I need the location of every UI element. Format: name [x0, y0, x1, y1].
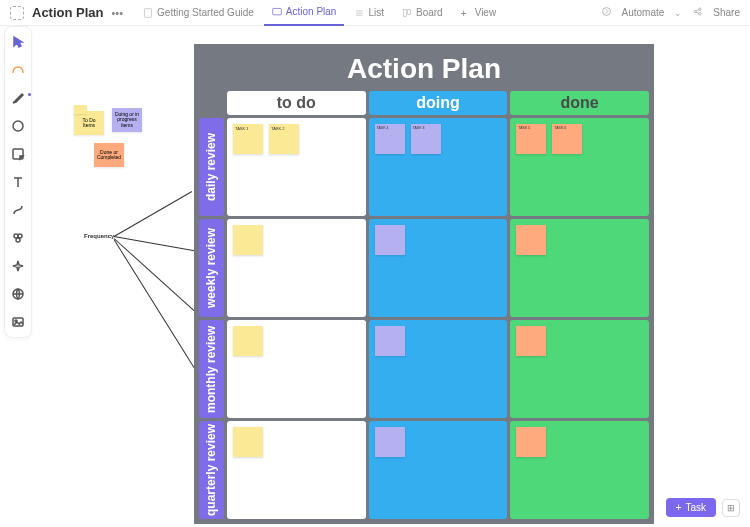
- board-tab-icon: [402, 8, 412, 18]
- tab-label: List: [368, 7, 384, 18]
- sticky-note[interactable]: TASK 1: [233, 124, 263, 154]
- task-btn-label: Task: [685, 502, 706, 513]
- cell-weekly-done[interactable]: [510, 219, 649, 317]
- web-tool[interactable]: [9, 285, 27, 303]
- legend-todo-note[interactable]: To Do Items: [74, 111, 104, 135]
- automate-icon: [601, 6, 612, 19]
- whiteboard-tab-icon: [272, 7, 282, 17]
- cell-quarterly-doing[interactable]: [369, 421, 508, 519]
- row-header-quarterly: quarterly review: [199, 421, 224, 519]
- list-tab-icon: [354, 8, 364, 18]
- sticky-note[interactable]: [375, 326, 405, 356]
- sticky-note[interactable]: [375, 225, 405, 255]
- add-task-button[interactable]: + Task: [666, 498, 716, 517]
- plus-icon: +: [461, 8, 471, 18]
- tab-label: View: [475, 7, 497, 18]
- sticky-note[interactable]: [375, 427, 405, 457]
- cell-monthly-done[interactable]: [510, 320, 649, 418]
- board-grid: to do doing done daily review TASK 1 TAS…: [199, 91, 649, 519]
- tab-list[interactable]: List: [346, 0, 392, 26]
- doc-tab-icon: [143, 8, 153, 18]
- sticky-note[interactable]: [233, 427, 263, 457]
- share-icon: [692, 6, 703, 19]
- sticky-note[interactable]: [516, 326, 546, 356]
- cell-monthly-doing[interactable]: [369, 320, 508, 418]
- grid-corner: [199, 91, 224, 115]
- connector-line: [114, 239, 200, 375]
- tab-label: Action Plan: [286, 6, 337, 17]
- sticky-note[interactable]: [516, 427, 546, 457]
- tab-getting-started[interactable]: Getting Started Guide: [135, 0, 262, 26]
- image-tool[interactable]: [9, 313, 27, 331]
- tab-board[interactable]: Board: [394, 0, 451, 26]
- legend-done-note[interactable]: Done or Completed: [94, 143, 124, 167]
- svg-rect-1: [273, 8, 282, 14]
- sticky-note[interactable]: TASK 3: [411, 124, 441, 154]
- frequency-label[interactable]: Frequency: [84, 233, 114, 239]
- svg-rect-5: [403, 9, 406, 16]
- cell-weekly-todo[interactable]: [227, 219, 366, 317]
- row-header-weekly: weekly review: [199, 219, 224, 317]
- svg-point-7: [602, 8, 610, 16]
- sticky-note[interactable]: TASK 2: [269, 124, 299, 154]
- stamp-tool[interactable]: [9, 229, 27, 247]
- view-tabs: Getting Started Guide Action Plan List B…: [135, 0, 504, 26]
- cell-daily-done[interactable]: TASK 5 TASK 6: [510, 118, 649, 216]
- cell-monthly-todo[interactable]: [227, 320, 366, 418]
- doc-icon: [10, 6, 24, 20]
- svg-line-11: [696, 10, 699, 11]
- left-toolbar: [4, 26, 32, 338]
- svg-rect-6: [408, 9, 411, 14]
- chevron-down-icon[interactable]: ⌄: [674, 8, 682, 18]
- text-tool[interactable]: [9, 173, 27, 191]
- grid-toggle[interactable]: ⊞: [722, 499, 740, 517]
- legend-doing-note[interactable]: Doing or in progress items: [112, 108, 142, 132]
- sticky-note[interactable]: [516, 225, 546, 255]
- doc-title: Action Plan: [32, 5, 104, 20]
- column-header-done: done: [510, 91, 649, 115]
- tab-label: Board: [416, 7, 443, 18]
- cell-quarterly-done[interactable]: [510, 421, 649, 519]
- pen-tool[interactable]: [9, 89, 27, 107]
- legend-header-note[interactable]: [74, 105, 87, 114]
- topbar-right: Automate ⌄ Share: [601, 6, 741, 19]
- select-tool[interactable]: [9, 33, 27, 51]
- column-header-doing: doing: [369, 91, 508, 115]
- connector-tool[interactable]: [9, 201, 27, 219]
- svg-point-13: [13, 121, 23, 131]
- topbar: Action Plan ••• Getting Started Guide Ac…: [0, 0, 750, 26]
- svg-point-17: [16, 238, 20, 242]
- tab-label: Getting Started Guide: [157, 7, 254, 18]
- sticky-note[interactable]: [233, 225, 263, 255]
- row-header-daily: daily review: [199, 118, 224, 216]
- doc-more-icon[interactable]: •••: [112, 7, 124, 19]
- automate-button[interactable]: Automate: [622, 7, 665, 18]
- share-button[interactable]: Share: [713, 7, 740, 18]
- sticky-note[interactable]: TASK 6: [552, 124, 582, 154]
- tab-action-plan[interactable]: Action Plan: [264, 0, 345, 26]
- action-plan-board[interactable]: Action Plan to do doing done daily revie…: [194, 44, 654, 524]
- cell-weekly-doing[interactable]: [369, 219, 508, 317]
- sticky-note[interactable]: TASK 4: [375, 124, 405, 154]
- plus-icon: +: [676, 502, 682, 513]
- column-header-todo: to do: [227, 91, 366, 115]
- cell-quarterly-todo[interactable]: [227, 421, 366, 519]
- sticky-note[interactable]: [233, 326, 263, 356]
- svg-rect-0: [145, 8, 152, 17]
- connector-line: [114, 191, 192, 237]
- ai-tool[interactable]: [9, 257, 27, 275]
- row-header-monthly: monthly review: [199, 320, 224, 418]
- cell-daily-todo[interactable]: TASK 1 TASK 2: [227, 118, 366, 216]
- sticky-note[interactable]: TASK 5: [516, 124, 546, 154]
- cell-daily-doing[interactable]: TASK 4 TASK 3: [369, 118, 508, 216]
- board-title: Action Plan: [199, 49, 649, 91]
- sticky-tool[interactable]: [9, 145, 27, 163]
- hand-tool[interactable]: [9, 61, 27, 79]
- whiteboard-canvas[interactable]: To Do Items Doing or in progress items D…: [34, 26, 750, 527]
- shape-tool[interactable]: [9, 117, 27, 135]
- tab-add-view[interactable]: + View: [453, 0, 505, 26]
- svg-line-12: [696, 12, 699, 13]
